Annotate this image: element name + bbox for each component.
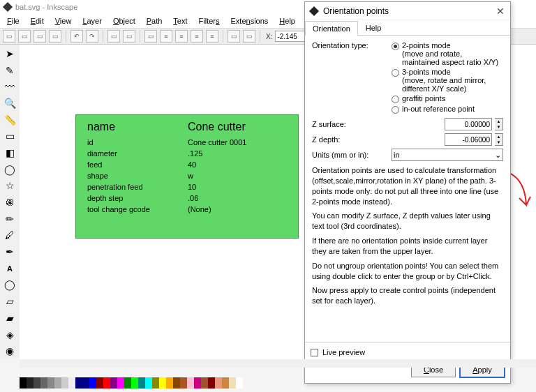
rect-tool-icon[interactable]: ▭ [2,128,17,144]
swatch[interactable] [215,377,222,389]
tb-more2-icon[interactable]: ▭ [243,30,255,43]
gradient-tool-icon[interactable]: ◈ [2,327,17,342]
close-icon[interactable]: ✕ [496,6,505,17]
radio-2points[interactable]: 2-points mode (move and rotate, maintain… [392,41,503,66]
units-select[interactable]: in ⌄ [392,149,503,161]
fill-tool-icon[interactable]: ▰ [2,310,17,326]
menu-view[interactable]: View [51,15,76,27]
ellipse-tool-icon[interactable]: ◯ [2,162,17,177]
tb-print-icon[interactable]: ▭ [49,30,61,43]
tb-undo-icon[interactable]: ↶ [70,30,83,43]
tb-copy-icon[interactable]: ▭ [107,30,120,43]
live-preview-checkbox[interactable] [311,349,318,356]
swatch[interactable] [124,377,131,389]
swatch[interactable] [138,377,145,389]
z-depth-input[interactable] [445,133,492,146]
swatch[interactable] [173,377,180,389]
tb-more1-icon[interactable]: ▭ [228,30,240,43]
tb-redo-icon[interactable]: ↷ [86,30,98,43]
swatch[interactable] [82,377,89,389]
tb-align2-icon[interactable]: ≡ [175,30,188,43]
tab-orientation[interactable]: Orientation [305,21,358,36]
eraser-tool-icon[interactable]: ▱ [2,294,17,309]
swatch[interactable] [34,377,40,389]
measure-tool-icon[interactable]: 📏 [2,112,17,128]
menu-extensions[interactable]: Extensions [227,15,273,27]
tb-zoom-icon[interactable]: ▭ [144,30,157,43]
swatch[interactable] [194,377,201,389]
radio-inout-label: in-out reference point [402,105,475,113]
horizontal-scrollbar[interactable] [20,359,536,368]
swatch[interactable] [131,377,138,389]
tb-open-icon[interactable]: ▭ [18,30,31,43]
box3d-tool-icon[interactable]: ◧ [2,145,17,160]
dropper-tool-icon[interactable]: ◉ [2,343,17,359]
swatch[interactable] [159,377,166,389]
swatch[interactable] [222,377,229,389]
menu-help[interactable]: Help [275,15,299,27]
zoom-tool-icon[interactable]: 🔍 [2,96,17,111]
menu-object[interactable]: Object [109,15,140,27]
radio-icon [392,43,399,50]
swatch[interactable] [236,377,243,389]
z-surface-input[interactable] [445,118,492,130]
menu-filters[interactable]: Filters [195,15,224,27]
tweak-tool-icon[interactable]: 〰 [2,79,17,94]
selector-tool-icon[interactable]: ➤ [2,46,17,61]
swatch[interactable] [166,377,173,389]
tb-align-icon[interactable]: ≡ [160,30,172,43]
swatch[interactable] [145,377,152,389]
pencil-tool-icon[interactable]: ✏ [2,211,17,227]
node-tool-icon[interactable]: ✎ [2,63,17,78]
star-tool-icon[interactable]: ☆ [2,179,17,194]
swatch[interactable] [117,377,124,389]
swatch[interactable] [20,377,27,389]
swatch[interactable] [152,377,159,389]
menu-path[interactable]: Path [142,15,167,27]
swatch[interactable] [89,377,96,389]
swatch[interactable] [96,377,103,389]
swatch[interactable] [110,377,117,389]
swatch[interactable] [187,377,194,389]
calligraphy-tool-icon[interactable]: ✒ [2,244,17,259]
tb-new-icon[interactable]: ▭ [3,30,15,43]
radio-inout[interactable]: in-out reference point [392,105,503,114]
z-depth-spinner[interactable]: ▲▼ [495,133,503,146]
swatch[interactable] [103,377,110,389]
menu-file[interactable]: File [3,15,24,27]
cell-key: diameter [87,149,186,158]
swatch[interactable] [75,377,82,389]
swatch[interactable] [61,377,68,389]
z-surface-label: Z surface: [312,120,442,128]
tb-align4-icon[interactable]: ≡ [206,30,218,43]
menu-text[interactable]: Text [169,15,191,27]
cell-value: w [188,171,287,181]
tb-align3-icon[interactable]: ≡ [191,30,203,43]
swatch[interactable] [201,377,208,389]
dialog-titlebar[interactable]: Orientation points ✕ [305,2,510,20]
tool-info-box: name Cone cutter idCone cutter 0001diame… [75,114,299,239]
tb-paste-icon[interactable]: ▭ [123,30,135,43]
radio-3points[interactable]: 3-points mode (move, rotate and mirror, … [392,68,503,93]
menu-layer[interactable]: Layer [78,15,106,27]
swatch[interactable] [208,377,215,389]
spray-tool-icon[interactable]: ◯ [2,278,17,293]
window-title: bat.svg - Inkscape [15,3,77,11]
menu-edit[interactable]: Edit [27,15,48,27]
swatch[interactable] [40,377,47,389]
swatch[interactable] [54,377,61,389]
spiral-tool-icon[interactable]: ֍ [2,195,17,210]
bezier-tool-icon[interactable]: 🖊 [2,228,17,243]
tab-help[interactable]: Help [358,20,389,35]
radio-graffiti[interactable]: graffiti points [392,94,503,103]
units-label: Units (mm or in): [312,151,389,159]
swatch[interactable] [180,377,187,389]
orientation-type-label: Orientation type: [312,41,389,50]
text-tool-icon[interactable]: A [2,261,17,276]
z-surface-spinner[interactable]: ▲▼ [495,118,503,130]
swatch[interactable] [68,377,75,389]
swatch[interactable] [27,377,34,389]
swatch[interactable] [47,377,54,389]
swatch[interactable] [229,377,236,389]
tb-save-icon[interactable]: ▭ [34,30,46,43]
